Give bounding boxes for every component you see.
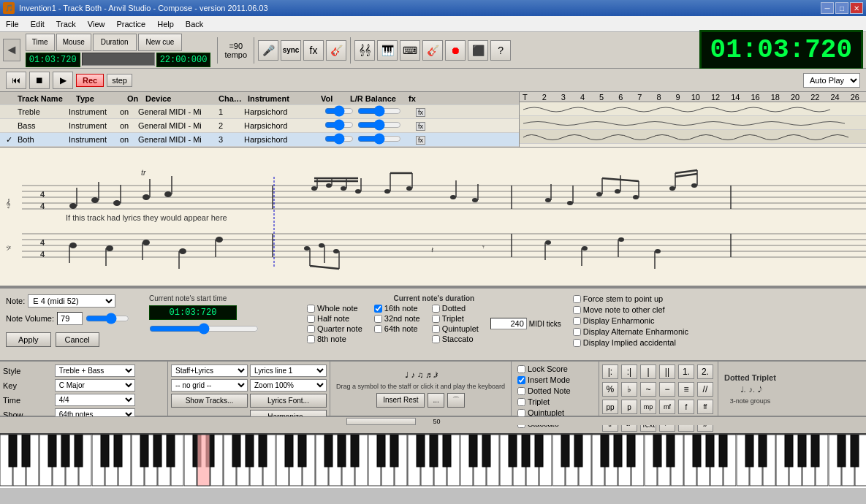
- midi-sym-6[interactable]: 2.: [697, 364, 713, 379]
- fx-btn-bass[interactable]: fx: [416, 122, 425, 131]
- dt-icon-3[interactable]: 𝅘𝅥𝅮.: [758, 385, 760, 394]
- staff-lyrics-select[interactable]: Staff+Lyrics: [171, 364, 248, 377]
- apply-button[interactable]: Apply: [6, 332, 51, 347]
- midi-sym-5[interactable]: 1.: [678, 364, 694, 379]
- microphone-button[interactable]: 🎤: [258, 40, 278, 61]
- midi-sym-15[interactable]: mp: [640, 400, 656, 414]
- note-select[interactable]: E 4 (midi 52): [28, 294, 115, 308]
- h-scroll-thumb[interactable]: [346, 418, 416, 425]
- window-controls[interactable]: ─ □ ✕: [821, 2, 863, 14]
- midi-sym-18[interactable]: ff: [697, 400, 713, 414]
- half-note-check[interactable]: [307, 315, 315, 323]
- sixtyfourth-note-check[interactable]: [374, 325, 382, 333]
- maximize-button[interactable]: □: [835, 2, 848, 14]
- midi-sym-9[interactable]: ~: [640, 382, 656, 397]
- show-tracks-button[interactable]: Show Tracks...: [171, 394, 248, 408]
- no-grid-select[interactable]: -- no grid --: [171, 379, 248, 392]
- midi-sym-1[interactable]: |:: [602, 364, 618, 379]
- force-stem-check[interactable]: [573, 295, 581, 303]
- midi-sym-12[interactable]: //: [697, 382, 713, 397]
- vol-slider-both[interactable]: [324, 133, 354, 145]
- midi-sym-11[interactable]: ≡: [678, 382, 694, 397]
- track-fx-treble[interactable]: fx: [414, 107, 429, 117]
- midi-sym-2[interactable]: :|: [621, 364, 637, 379]
- h-scrollbar[interactable]: 50: [0, 416, 866, 425]
- midi-sym-8[interactable]: ♭: [621, 382, 637, 397]
- minimize-button[interactable]: ─: [821, 2, 834, 14]
- fx-button[interactable]: fx: [303, 40, 324, 61]
- keyboard-button[interactable]: ⌨: [400, 40, 420, 61]
- dotted-check[interactable]: [432, 305, 440, 313]
- zoom-select[interactable]: Zoom 100%: [250, 379, 327, 392]
- lyrics-line-select[interactable]: Lyrics line 1: [250, 364, 327, 377]
- dt-icon-2[interactable]: ♪.: [749, 385, 756, 394]
- dot-button[interactable]: ...: [428, 393, 444, 408]
- time-button[interactable]: Time: [26, 34, 55, 51]
- key-select[interactable]: C Major: [55, 379, 135, 392]
- bottom-quintuplet-check[interactable]: [517, 409, 525, 417]
- midi-sym-7[interactable]: %: [602, 382, 618, 397]
- sync-button[interactable]: sync: [281, 40, 301, 61]
- step-button[interactable]: step: [107, 74, 132, 87]
- midi-sym-17[interactable]: f: [678, 400, 694, 414]
- balance-slider-treble[interactable]: [357, 105, 401, 117]
- play-button[interactable]: ▶: [53, 72, 73, 89]
- close-button[interactable]: ✕: [850, 2, 863, 14]
- display-alt-enharmonic-check[interactable]: [573, 328, 581, 336]
- menu-edit[interactable]: Edit: [25, 16, 50, 31]
- whole-note-check[interactable]: [307, 305, 315, 313]
- track-check-both[interactable]: ✓: [1, 135, 16, 145]
- note-volume-input[interactable]: [57, 312, 83, 325]
- staccato-check[interactable]: [432, 335, 440, 343]
- eighth-note-check[interactable]: [307, 335, 315, 343]
- quarter-note-check[interactable]: [307, 325, 315, 333]
- note-symbol-1[interactable]: ♩: [405, 370, 409, 380]
- fx-btn-both[interactable]: fx: [416, 136, 425, 145]
- balance-slider-bass[interactable]: [357, 119, 401, 131]
- duration-button[interactable]: Duration: [93, 34, 137, 51]
- note-symbol-2[interactable]: ♪: [411, 370, 415, 380]
- staff-button[interactable]: 𝄞𝄞: [354, 40, 375, 61]
- stop-button[interactable]: ⏹: [29, 72, 50, 89]
- mouse-button[interactable]: Mouse: [56, 34, 91, 51]
- piano-roll-button[interactable]: 🎹: [377, 40, 398, 61]
- track-row-treble[interactable]: Treble Instrument on General MIDI - Mi 1…: [0, 105, 519, 119]
- lock-score-check[interactable]: [517, 365, 525, 373]
- vol-slider-bass[interactable]: [324, 119, 354, 131]
- stop-record-button[interactable]: ⬛: [468, 40, 488, 61]
- rewind-button[interactable]: ⏮: [6, 72, 26, 89]
- record-button[interactable]: ⏺: [445, 40, 466, 61]
- track-fx-bass[interactable]: fx: [414, 121, 429, 131]
- dotted-note-check[interactable]: [517, 387, 525, 395]
- auto-play-select[interactable]: Auto Play: [803, 73, 860, 88]
- sixteenth-note-check[interactable]: [374, 305, 382, 313]
- record-transport-button[interactable]: Rec: [76, 74, 104, 87]
- insert-rest-button[interactable]: Insert Rest: [376, 393, 425, 408]
- midi-sym-4[interactable]: ||: [659, 364, 675, 379]
- lyrics-font-button[interactable]: Lyrics Font...: [250, 394, 327, 408]
- note-volume-slider[interactable]: [86, 313, 129, 324]
- move-note-check[interactable]: [573, 306, 581, 314]
- display-implied-check[interactable]: [573, 339, 581, 347]
- guitar-button[interactable]: 🎸: [326, 40, 346, 61]
- menu-practice[interactable]: Practice: [110, 16, 151, 31]
- midi-sym-13[interactable]: pp: [602, 400, 618, 414]
- help-button[interactable]: ?: [490, 40, 511, 61]
- note-symbol-4[interactable]: ♬: [425, 370, 431, 380]
- time-select[interactable]: 4/4: [55, 394, 135, 406]
- midi-sym-16[interactable]: mf: [659, 400, 675, 414]
- style-select[interactable]: Treble + Bass: [55, 364, 135, 377]
- guitar2-button[interactable]: 🎸: [422, 40, 443, 61]
- triplet-check[interactable]: [432, 315, 440, 323]
- start-time-slider[interactable]: [149, 323, 259, 335]
- bottom-triplet-check[interactable]: [517, 398, 525, 406]
- tie-button[interactable]: ⌒: [447, 393, 465, 408]
- dt-icon-1[interactable]: ♩.: [740, 385, 746, 394]
- track-fx-both[interactable]: fx: [414, 135, 429, 145]
- fx-btn-treble[interactable]: fx: [416, 108, 425, 117]
- track-row-both[interactable]: ✓ Both Instrument on General MIDI - Mi 3…: [0, 133, 519, 147]
- new-cue-button[interactable]: New cue: [138, 34, 183, 51]
- midi-sym-10[interactable]: −: [659, 382, 675, 397]
- menu-view[interactable]: View: [82, 16, 111, 31]
- menu-back[interactable]: Back: [180, 16, 209, 31]
